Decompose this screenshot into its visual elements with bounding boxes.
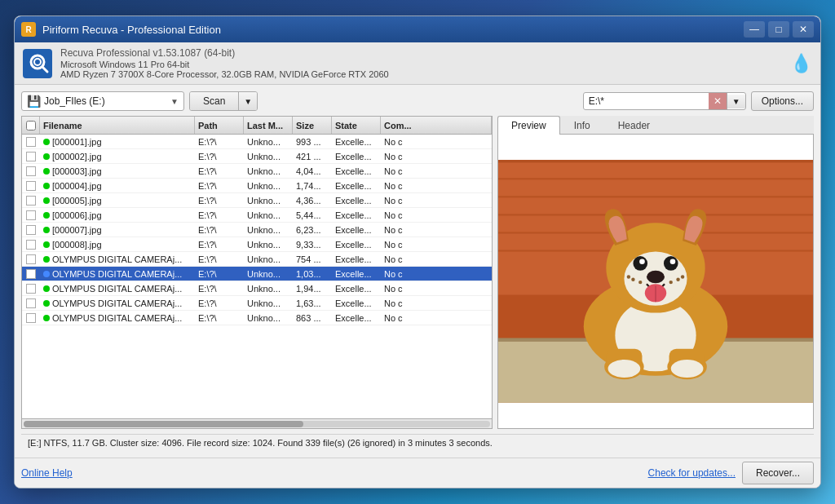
row-lastmod: Unkno... xyxy=(244,268,293,280)
status-dot-icon xyxy=(43,241,50,248)
row-checkbox-cell xyxy=(22,196,40,206)
preview-tabs: Preview Info Header xyxy=(497,116,814,135)
header-info: Recuva Professional v1.53.1087 (64-bit) … xyxy=(60,47,782,79)
table-row[interactable]: [000003].jpgE:\?\Unkno...4,04...Excelle.… xyxy=(22,164,492,179)
row-comment: No c xyxy=(381,268,492,280)
row-checkbox[interactable] xyxy=(26,166,36,176)
svg-rect-8 xyxy=(498,178,813,179)
header-comment[interactable]: Com... xyxy=(381,117,492,134)
row-state: Excelle... xyxy=(332,283,381,294)
table-row[interactable]: [000001].jpgE:\?\Unkno...993 ...Excelle.… xyxy=(22,135,492,149)
row-checkbox[interactable] xyxy=(26,137,36,147)
row-filename: [000001].jpg xyxy=(40,136,195,148)
table-row[interactable]: [000005].jpgE:\?\Unkno...4,36...Excelle.… xyxy=(22,193,492,208)
row-lastmod: Unkno... xyxy=(244,195,293,206)
row-checkbox-cell xyxy=(22,152,40,161)
row-path: E:\?\ xyxy=(195,166,244,177)
svg-text:R: R xyxy=(25,25,32,34)
row-lastmod: Unkno... xyxy=(244,298,293,309)
hardware-label: AMD Ryzen 7 3700X 8-Core Processor, 32.0… xyxy=(60,69,782,79)
row-checkbox-cell xyxy=(22,313,40,323)
table-header: Filename Path Last M... Size State Com..… xyxy=(22,117,492,135)
row-path: E:\?\ xyxy=(195,298,244,309)
tab-info[interactable]: Info xyxy=(560,116,604,135)
row-checkbox[interactable] xyxy=(26,196,36,206)
row-comment: No c xyxy=(381,195,492,206)
scan-button[interactable]: Scan xyxy=(190,92,239,110)
row-comment: No c xyxy=(381,180,492,192)
maximize-button[interactable]: □ xyxy=(768,21,789,38)
row-size: 1,94... xyxy=(293,283,332,294)
table-row[interactable]: OLYMPUS DIGITAL CAMERAj...E:\?\Unkno...1… xyxy=(22,281,492,296)
row-state: Excelle... xyxy=(332,195,381,206)
row-checkbox[interactable] xyxy=(26,152,36,161)
row-lastmod: Unkno... xyxy=(244,224,293,236)
row-size: 6,23... xyxy=(293,224,332,236)
path-filter[interactable]: E:\* ✕ ▼ xyxy=(583,92,746,110)
minimize-button[interactable]: — xyxy=(744,21,765,38)
table-row[interactable]: OLYMPUS DIGITAL CAMERAj...E:\?\Unkno...1… xyxy=(22,267,492,281)
row-lastmod: Unkno... xyxy=(244,210,293,221)
header-filename[interactable]: Filename xyxy=(40,117,195,134)
table-body: [000001].jpgE:\?\Unkno...993 ...Excelle.… xyxy=(22,135,492,418)
table-row[interactable]: [000004].jpgE:\?\Unkno...1,74...Excelle.… xyxy=(22,179,492,193)
header-state[interactable]: State xyxy=(332,117,381,134)
close-button[interactable]: ✕ xyxy=(793,21,814,38)
scan-dropdown-button[interactable]: ▼ xyxy=(239,92,257,110)
header-bar: Recuva Professional v1.53.1087 (64-bit) … xyxy=(15,42,820,85)
row-checkbox[interactable] xyxy=(26,269,36,279)
status-bar: [E:] NTFS, 11.7 GB. Cluster size: 4096. … xyxy=(21,434,814,451)
row-path: E:\?\ xyxy=(195,210,244,221)
table-row[interactable]: [000002].jpgE:\?\Unkno...421 ...Excelle.… xyxy=(22,149,492,164)
horizontal-scrollbar[interactable] xyxy=(22,418,492,428)
drive-icon: 💾 xyxy=(27,95,41,108)
recover-button[interactable]: Recover... xyxy=(742,462,814,484)
table-row[interactable]: OLYMPUS DIGITAL CAMERAj...E:\?\Unkno...8… xyxy=(22,311,492,325)
table-row[interactable]: [000007].jpgE:\?\Unkno...6,23...Excelle.… xyxy=(22,223,492,237)
row-path: E:\?\ xyxy=(195,239,244,250)
row-lastmod: Unkno... xyxy=(244,180,293,192)
row-comment: No c xyxy=(381,151,492,162)
row-size: 5,44... xyxy=(293,210,332,221)
path-filter-arrow-button[interactable]: ▼ xyxy=(727,95,745,108)
row-filename: [000007].jpg xyxy=(40,224,195,236)
row-path: E:\?\ xyxy=(195,136,244,148)
svg-point-31 xyxy=(671,360,704,378)
svg-point-30 xyxy=(608,360,641,378)
row-lastmod: Unkno... xyxy=(244,283,293,294)
row-checkbox[interactable] xyxy=(26,225,36,235)
row-checkbox[interactable] xyxy=(26,210,36,220)
table-row[interactable]: OLYMPUS DIGITAL CAMERAj...E:\?\Unkno...1… xyxy=(22,296,492,311)
tab-header[interactable]: Header xyxy=(604,116,664,135)
online-help-link[interactable]: Online Help xyxy=(21,467,73,479)
table-row[interactable]: [000008].jpgE:\?\Unkno...9,33...Excelle.… xyxy=(22,237,492,252)
row-checkbox[interactable] xyxy=(26,313,36,323)
os-label: Microsoft Windows 11 Pro 64-bit xyxy=(60,60,782,69)
options-button[interactable]: Options... xyxy=(751,91,814,111)
row-lastmod: Unkno... xyxy=(244,239,293,250)
row-checkbox[interactable] xyxy=(26,298,36,308)
scrollbar-thumb[interactable] xyxy=(24,421,303,427)
row-checkbox[interactable] xyxy=(26,254,36,264)
row-filename: OLYMPUS DIGITAL CAMERAj... xyxy=(40,312,195,324)
drive-selector[interactable]: 💾 Job_FIles (E:) ▼ xyxy=(21,91,184,111)
header-path[interactable]: Path xyxy=(195,117,244,134)
table-row[interactable]: OLYMPUS DIGITAL CAMERAj...E:\?\Unkno...7… xyxy=(22,252,492,267)
header-size[interactable]: Size xyxy=(293,117,332,134)
row-checkbox[interactable] xyxy=(26,181,36,191)
path-filter-clear-button[interactable]: ✕ xyxy=(709,93,727,109)
header-checkbox[interactable] xyxy=(22,117,40,134)
preview-image-area xyxy=(497,135,814,429)
check-updates-link[interactable]: Check for updates... xyxy=(648,467,736,479)
table-row[interactable]: [000006].jpgE:\?\Unkno...5,44...Excelle.… xyxy=(22,208,492,223)
header-lastmod[interactable]: Last M... xyxy=(244,117,293,134)
row-checkbox[interactable] xyxy=(26,240,36,250)
row-checkbox-cell xyxy=(22,137,40,147)
row-state: Excelle... xyxy=(332,224,381,236)
row-comment: No c xyxy=(381,136,492,148)
row-checkbox[interactable] xyxy=(26,284,36,294)
row-lastmod: Unkno... xyxy=(244,166,293,177)
tab-preview[interactable]: Preview xyxy=(497,116,560,135)
row-path: E:\?\ xyxy=(195,312,244,324)
select-all-checkbox[interactable] xyxy=(26,121,36,130)
